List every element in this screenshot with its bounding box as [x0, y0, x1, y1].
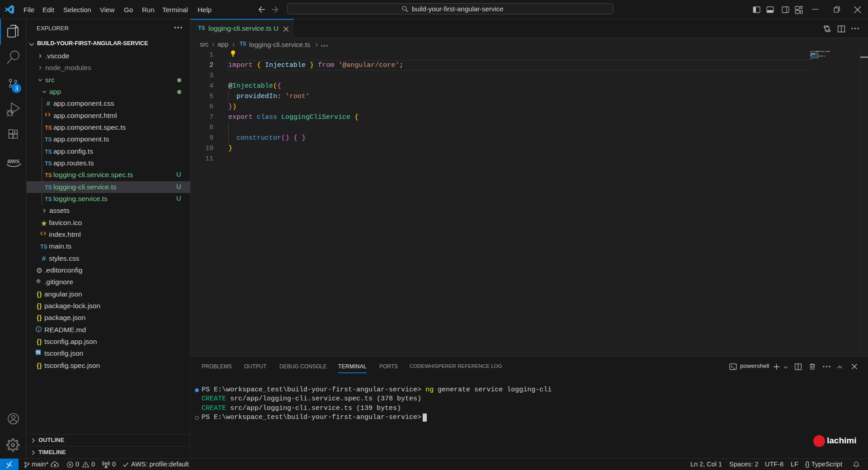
svg-text:aws: aws [7, 157, 19, 164]
svg-text:TS: TS [36, 351, 40, 354]
